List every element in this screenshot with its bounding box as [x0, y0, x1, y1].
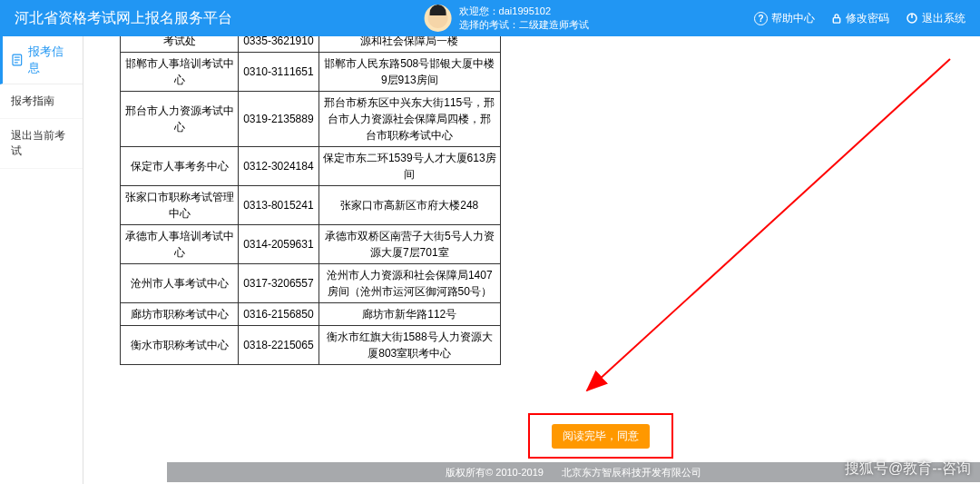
- exam-centers-table: 考试处0335-3621910源和社会保障局一楼邯郸市人事培训考试中心0310-…: [120, 36, 501, 365]
- center-phone: 0310-3111651: [239, 53, 318, 92]
- center-name: 张家口市职称考试管理中心: [121, 186, 239, 225]
- center-phone: 0316-2156850: [239, 303, 318, 326]
- document-icon: [12, 54, 23, 66]
- center-phone: 0313-8015241: [239, 186, 318, 225]
- center-address: 保定市东二环1539号人才大厦613房间: [318, 147, 501, 186]
- sidebar-header[interactable]: 报考信息: [0, 36, 83, 84]
- center-name: 沧州市人事考试中心: [121, 264, 239, 303]
- avatar: [425, 5, 452, 32]
- table-row: 邢台市人力资源考试中心0319-2135889邢台市桥东区中兴东大街115号，邢…: [121, 92, 501, 147]
- center-address: 张家口市高新区市府大楼248: [318, 186, 501, 225]
- table-row: 廊坊市职称考试中心0316-2156850廊坊市新华路112号: [121, 303, 501, 326]
- center-address: 邯郸市人民东路508号邯银大厦中楼9层913房间: [318, 53, 501, 92]
- change-password-link[interactable]: 修改密码: [831, 11, 889, 26]
- help-icon: ?: [754, 12, 768, 25]
- center-phone: 0314-2059631: [239, 225, 318, 264]
- header-actions: ? 帮助中心 修改密码 退出系统: [754, 11, 965, 26]
- center-phone: 0312-3024184: [239, 147, 318, 186]
- center-phone: 0318-2215065: [239, 326, 318, 365]
- main-content: 考试处0335-3621910源和社会保障局一楼邯郸市人事培训考试中心0310-…: [83, 36, 980, 484]
- center-address: 源和社会保障局一楼: [318, 36, 501, 53]
- table-row: 承德市人事培训考试中心0314-2059631承德市双桥区南营子大街5号人力资源…: [121, 225, 501, 264]
- sidebar-item-guide[interactable]: 报考指南: [0, 84, 83, 119]
- center-phone: 0335-3621910: [239, 36, 318, 53]
- center-address: 邢台市桥东区中兴东大街115号，邢台市人力资源社会保障局四楼，邢台市职称考试中心: [318, 92, 501, 147]
- center-address: 沧州市人力资源和社会保障局1407房间（沧州市运河区御河路50号）: [318, 264, 501, 303]
- app-header: 河北省资格考试网上报名服务平台 欢迎您：dai1995102 选择的考试：二级建…: [0, 0, 980, 36]
- center-name: 保定市人事考务中心: [121, 147, 239, 186]
- company-text: 北京东方智辰科技开发有限公司: [562, 466, 701, 479]
- center-name: 考试处: [121, 36, 239, 53]
- center-phone: 0317-3206557: [239, 264, 318, 303]
- watermark: 搜狐号@教育--咨询: [845, 459, 971, 479]
- welcome-text: 欢迎您：dai1995102 选择的考试：二级建造师考试: [459, 5, 589, 33]
- center-address: 承德市双桥区南营子大街5号人力资源大厦7层701室: [318, 225, 501, 264]
- lock-icon: [831, 13, 842, 25]
- copyright-text: 版权所有© 2010-2019: [446, 466, 544, 479]
- table-row: 邯郸市人事培训考试中心0310-3111651邯郸市人民东路508号邯银大厦中楼…: [121, 53, 501, 92]
- center-name: 邯郸市人事培训考试中心: [121, 53, 239, 92]
- table-row: 衡水市职称考试中心0318-2215065衡水市红旗大街1588号人力资源大厦8…: [121, 326, 501, 365]
- table-row: 考试处0335-3621910源和社会保障局一楼: [121, 36, 501, 53]
- table-row: 保定市人事考务中心0312-3024184保定市东二环1539号人才大厦613房…: [121, 147, 501, 186]
- svg-rect-0: [833, 17, 839, 23]
- logout-link[interactable]: 退出系统: [906, 11, 965, 26]
- help-link[interactable]: ? 帮助中心: [754, 11, 815, 26]
- center-address: 衡水市红旗大街1588号人力资源大厦803室职考中心: [318, 326, 501, 365]
- center-name: 邢台市人力资源考试中心: [121, 92, 239, 147]
- table-row: 张家口市职称考试管理中心0313-8015241张家口市高新区市府大楼248: [121, 186, 501, 225]
- center-name: 衡水市职称考试中心: [121, 326, 239, 365]
- sidebar: 报考信息 报考指南 退出当前考试: [0, 36, 83, 484]
- agree-highlight-box: 阅读完毕，同意: [528, 413, 673, 459]
- power-icon: [906, 12, 918, 25]
- app-title: 河北省资格考试网上报名服务平台: [15, 9, 232, 28]
- table-row: 沧州市人事考试中心0317-3206557沧州市人力资源和社会保障局1407房间…: [121, 264, 501, 303]
- center-address: 廊坊市新华路112号: [318, 303, 501, 326]
- sidebar-item-exit-exam[interactable]: 退出当前考试: [0, 119, 83, 169]
- center-phone: 0319-2135889: [239, 92, 318, 147]
- center-name: 承德市人事培训考试中心: [121, 225, 239, 264]
- user-info-block: 欢迎您：dai1995102 选择的考试：二级建造师考试: [425, 5, 589, 33]
- center-name: 廊坊市职称考试中心: [121, 303, 239, 326]
- agree-button[interactable]: 阅读完毕，同意: [552, 424, 650, 449]
